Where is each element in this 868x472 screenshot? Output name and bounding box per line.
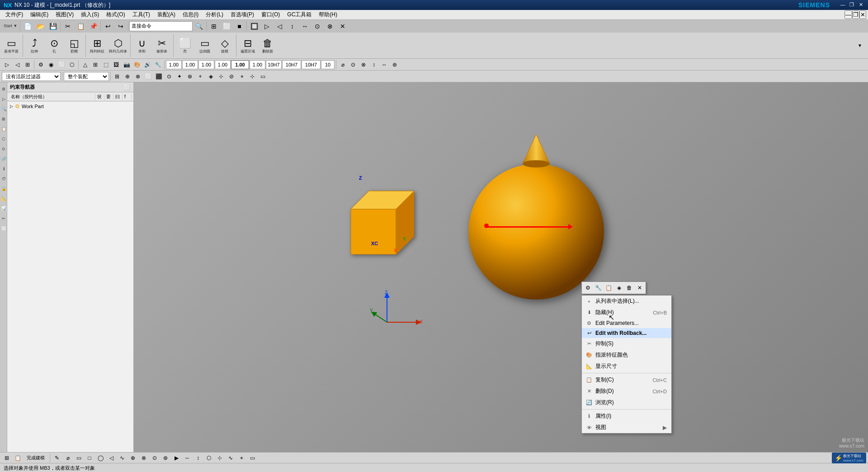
- bt-draw2[interactable]: ⌀: [63, 453, 73, 463]
- tb4-snap14[interactable]: ⊹: [247, 72, 257, 81]
- tb3-input7[interactable]: [266, 60, 282, 69]
- tb-unite[interactable]: ∪ 求和: [132, 36, 151, 55]
- tb-misc7[interactable]: ⊗: [324, 20, 336, 32]
- nav-maximize-btn[interactable]: ⬜: [124, 84, 131, 91]
- tb-misc5[interactable]: ↔: [298, 20, 311, 32]
- tb-new-btn[interactable]: 📄: [21, 20, 34, 32]
- tb4-snap6[interactable]: ⊙: [164, 72, 174, 81]
- tb-view-btn3[interactable]: ■: [233, 20, 245, 32]
- tb-misc3[interactable]: ◁: [273, 20, 286, 32]
- side-icon-12[interactable]: 📐: [0, 194, 7, 204]
- ctx-tb-btn3[interactable]: 📋: [604, 283, 613, 293]
- tb3-input4[interactable]: [215, 60, 231, 69]
- tb-start-btn[interactable]: Start ▼: [2, 20, 19, 32]
- ctx-item-hide[interactable]: ⬇ 隐藏(H) Ctrl+B: [582, 307, 671, 318]
- tb3-btn2[interactable]: ◁: [12, 60, 22, 70]
- bt-draw6[interactable]: ◁: [106, 453, 116, 463]
- tb-edge-blend[interactable]: ▭ 边倒圆: [195, 36, 214, 55]
- tb4-snap10[interactable]: ◈: [206, 72, 216, 81]
- menu-file[interactable]: 文件(F): [2, 10, 27, 19]
- tb4-snap12[interactable]: ⊘: [226, 72, 236, 81]
- tb4-snap13[interactable]: ⌖: [237, 72, 247, 81]
- inner-minimize[interactable]: —: [844, 10, 852, 19]
- side-icon-7[interactable]: ⊙: [0, 144, 7, 154]
- tb-search-btn[interactable]: 🔍: [193, 20, 205, 32]
- tb-open-btn[interactable]: 📂: [34, 20, 47, 32]
- menu-format[interactable]: 格式(O): [103, 10, 128, 19]
- tb3-btn16[interactable]: ⌀: [338, 60, 348, 70]
- bt-draw15[interactable]: ⬡: [204, 453, 214, 463]
- side-icon-3[interactable]: 🔍: [0, 104, 7, 114]
- tb-undo-btn[interactable]: ↩: [102, 20, 114, 32]
- bt-draw10[interactable]: ⊙: [150, 453, 160, 463]
- tb3-btn3[interactable]: ⊞: [23, 60, 33, 70]
- tb3-btn6[interactable]: ⬜: [57, 60, 66, 70]
- ctx-item-suppress[interactable]: ✂ 抑制(S): [582, 338, 671, 349]
- tb3-btn15[interactable]: 🔧: [153, 60, 163, 70]
- menu-insert[interactable]: 插入(S): [77, 10, 103, 19]
- tb3-btn10[interactable]: ⬚: [101, 60, 111, 70]
- tb3-input10[interactable]: [321, 60, 335, 69]
- menu-help[interactable]: 帮助(H): [315, 10, 341, 19]
- tb3-btn20[interactable]: ↔: [379, 60, 389, 70]
- ctx-item-edit-params[interactable]: ⚙ Edit Parameters...: [582, 318, 671, 328]
- tb-draft[interactable]: ◇ 拔模: [215, 36, 234, 55]
- bt-draw3[interactable]: ▭: [74, 453, 84, 463]
- tb3-input1[interactable]: [166, 60, 182, 69]
- side-icon-14[interactable]: ✂: [0, 214, 7, 224]
- side-icon-6[interactable]: ⬡: [0, 134, 7, 144]
- tb-redo-btn[interactable]: ↪: [114, 20, 127, 32]
- menu-tools[interactable]: 工具(T): [129, 10, 154, 19]
- tb4-snap1[interactable]: ⊞: [112, 72, 122, 81]
- ctx-tb-close[interactable]: ✕: [635, 283, 645, 293]
- side-icon-8[interactable]: 🔗: [0, 154, 7, 164]
- tb-hole[interactable]: ⊙ 孔: [45, 36, 64, 55]
- minimize-button[interactable]: —: [839, 1, 846, 8]
- side-icon-4[interactable]: ⊞: [0, 114, 7, 124]
- tb-delete-face[interactable]: 🗑 删除面: [258, 36, 277, 55]
- side-icon-13[interactable]: 📊: [0, 204, 7, 214]
- tb3-btn7[interactable]: ⬡: [67, 60, 77, 70]
- ctx-tb-btn4[interactable]: ◈: [614, 283, 624, 293]
- side-icon-2[interactable]: ▷: [0, 94, 7, 104]
- tb3-btn21[interactable]: ⊛: [390, 60, 400, 70]
- bt-draw18[interactable]: ⌖: [236, 453, 246, 463]
- menu-assembly[interactable]: 装配(A): [154, 10, 179, 19]
- tb3-btn9[interactable]: ⊞: [90, 60, 100, 70]
- ctx-item-view[interactable]: 👁 视图 ▶: [582, 422, 671, 433]
- menu-info[interactable]: 信息(I): [179, 10, 202, 19]
- side-icon-11[interactable]: 🔒: [0, 184, 7, 194]
- nav-item-workpart[interactable]: ▷ ⚙ Work Part: [8, 102, 132, 110]
- tb-misc1[interactable]: 🔲: [248, 20, 260, 32]
- ctx-tb-btn2[interactable]: 🔧: [593, 283, 603, 293]
- tb-view-btn1[interactable]: ⊞: [208, 20, 220, 32]
- bt-draw5[interactable]: ◯: [95, 453, 105, 463]
- bt-draw14[interactable]: ↕: [193, 453, 203, 463]
- tb-pattern-feature[interactable]: ⊞ 阵列特征: [88, 36, 107, 55]
- ctx-item-edit-rollback[interactable]: ↩ Edit with Rollback...: [582, 328, 671, 338]
- tb3-input5[interactable]: [231, 60, 249, 69]
- menu-edit[interactable]: 编辑(E): [27, 10, 52, 19]
- ctx-item-select-from-list[interactable]: + 从列表中选择(L)...: [582, 296, 671, 307]
- ctx-item-show-dims[interactable]: 📐 显示尺寸: [582, 361, 671, 372]
- tb3-input6[interactable]: [250, 60, 265, 69]
- tb4-snap8[interactable]: ⊛: [185, 72, 195, 81]
- tb3-input8[interactable]: [282, 60, 301, 69]
- tb-cut-btn[interactable]: ✂: [61, 20, 74, 32]
- tb3-input2[interactable]: [182, 60, 198, 69]
- tb4-snap11[interactable]: ⊹: [216, 72, 226, 81]
- menu-window[interactable]: 窗口(O): [258, 10, 283, 19]
- bt-draw8[interactable]: ⊕: [128, 453, 138, 463]
- tb-pocket[interactable]: ◱ 腔槽: [65, 36, 84, 55]
- ctx-tb-btn5[interactable]: 🗑: [624, 283, 634, 293]
- maximize-button[interactable]: ❐: [848, 1, 855, 8]
- bt-btn2[interactable]: 📋: [13, 453, 23, 463]
- tb-view-btn2[interactable]: ⬜: [220, 20, 233, 32]
- tb3-btn1[interactable]: ▷: [2, 60, 12, 70]
- tb3-input3[interactable]: [198, 60, 214, 69]
- menu-analysis[interactable]: 分析(L): [202, 10, 227, 19]
- tb2-more-btn[interactable]: ▼: [854, 40, 866, 51]
- tb4-snap7[interactable]: ✦: [175, 72, 184, 81]
- tb4-snap4[interactable]: ⬜: [143, 72, 153, 81]
- ctx-item-properties[interactable]: ℹ 属性(I): [582, 410, 671, 422]
